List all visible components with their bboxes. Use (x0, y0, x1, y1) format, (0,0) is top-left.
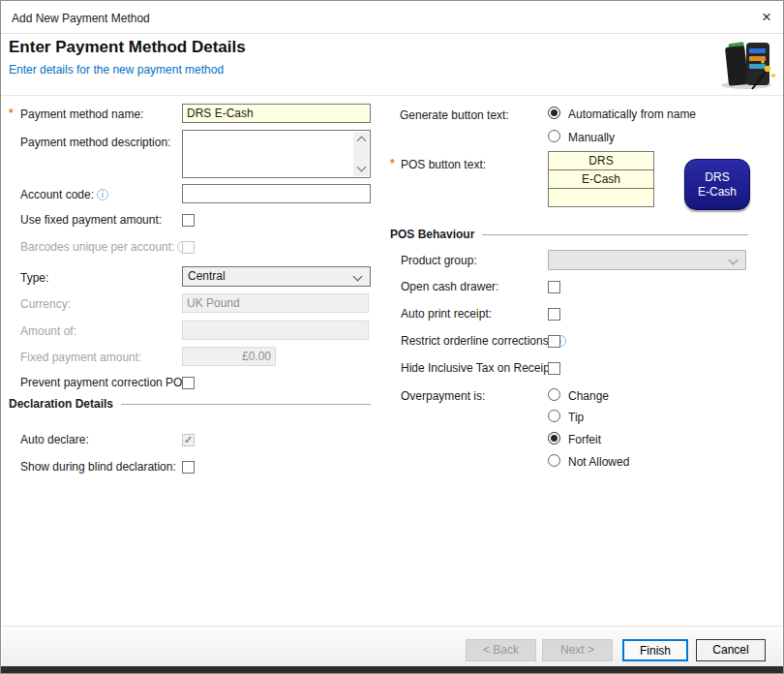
open-cash-drawer-label: Open cash drawer: (401, 280, 498, 293)
back-button: < Back (466, 639, 536, 661)
cancel-button[interactable]: Cancel (696, 639, 766, 661)
pos-button-text-line1-input[interactable] (548, 151, 654, 170)
auto-declare-label: Auto declare: (20, 433, 89, 446)
scroll-up-icon[interactable] (356, 137, 366, 146)
header-divider (1, 95, 783, 96)
pos-preview-line1: DRS (685, 170, 749, 185)
page-subtitle: Enter details for the new payment method (9, 63, 224, 77)
pos-button-text-line3-input[interactable] (548, 188, 654, 207)
radio-not-allowed-label: Not Allowed (568, 455, 629, 469)
auto-print-receipt-label: Auto print receipt: (401, 307, 492, 321)
radio-manually-label: Manually (568, 131, 615, 144)
show-during-blind-declaration-label: Show during blind declaration: (20, 460, 176, 474)
amount-of-label: Amount of: (20, 324, 76, 338)
auto-print-receipt-checkbox[interactable] (548, 308, 560, 321)
product-group-dropdown (548, 250, 746, 270)
payment-method-name-input[interactable] (182, 104, 371, 123)
dialog-footer: < Back Next > Finish Cancel (2, 626, 782, 668)
scroll-down-icon[interactable] (356, 163, 366, 172)
account-code-input[interactable] (182, 184, 371, 203)
next-button: Next > (542, 639, 613, 661)
restrict-orderline-corrections-checkbox[interactable] (548, 335, 560, 348)
restrict-orderline-corrections-label: Restrict orderline corrections:i (401, 334, 566, 348)
currency-label: Currency: (20, 297, 71, 311)
barcodes-unique-label: Barcodes unique per account:i (20, 240, 189, 254)
close-icon[interactable]: × (762, 9, 771, 25)
restrict-orderline-label-text: Restrict orderline corrections: (401, 334, 552, 348)
window-bottom-edge (1, 666, 783, 673)
use-fixed-payment-amount-checkbox[interactable] (182, 214, 195, 227)
prevent-payment-correction-label: Prevent payment correction POS: (20, 376, 194, 389)
section-rule (121, 404, 371, 405)
window-title: Add New Payment Method (12, 12, 150, 25)
radio-change-label: Change (568, 389, 609, 403)
textarea-scrollbar[interactable] (353, 132, 369, 176)
declaration-details-title: Declaration Details (9, 397, 113, 411)
pos-behaviour-section-header: POS Behaviour (390, 228, 748, 241)
pos-behaviour-title: POS Behaviour (390, 228, 474, 241)
radio-automatically-from-name-label: Automatically from name (568, 107, 696, 121)
account-code-label: Account code:i (20, 188, 108, 201)
type-dropdown[interactable]: Central (182, 266, 371, 287)
fixed-payment-amount-input (182, 347, 276, 366)
add-payment-method-dialog: Add New Payment Method × Enter Payment M… (0, 0, 784, 674)
use-fixed-payment-amount-label: Use fixed payment amount: (20, 213, 162, 227)
hide-inclusive-tax-label: Hide Inclusive Tax on Receipt: (401, 361, 557, 375)
radio-forfeit-label: Forfeit (568, 433, 601, 446)
payment-method-description-textarea[interactable] (182, 130, 371, 178)
required-marker: * (9, 107, 14, 120)
radio-overpayment-change[interactable] (548, 388, 560, 401)
barcodes-unique-label-text: Barcodes unique per account: (20, 240, 174, 254)
chevron-down-icon (729, 256, 739, 265)
page-title: Enter Payment Method Details (9, 38, 246, 57)
open-cash-drawer-checkbox[interactable] (548, 281, 560, 293)
payment-method-description-label: Payment method description: (20, 136, 170, 149)
hide-inclusive-tax-checkbox[interactable] (548, 362, 560, 375)
pos-button-text-line2-input[interactable] (548, 169, 654, 189)
auto-declare-checkbox[interactable]: ✓ (182, 434, 195, 446)
wallet-wizard-icon (717, 33, 777, 91)
pos-button-text-label: POS button text: (401, 158, 486, 171)
amount-of-input (182, 321, 369, 340)
chevron-down-icon (353, 272, 363, 282)
barcodes-unique-checkbox (182, 241, 195, 254)
radio-automatically-from-name[interactable] (548, 107, 560, 119)
overpayment-label: Overpayment is: (401, 389, 485, 403)
type-selected-value: Central (188, 269, 226, 283)
section-rule (482, 234, 748, 235)
pos-button-preview: DRS E-Cash (684, 159, 750, 210)
radio-overpayment-not-allowed[interactable] (548, 454, 560, 467)
radio-manually[interactable] (548, 130, 560, 142)
radio-overpayment-tip[interactable] (548, 410, 560, 422)
generate-button-text-label: Generate button text: (400, 108, 509, 122)
product-group-label: Product group: (401, 254, 477, 267)
account-code-label-text: Account code: (20, 188, 94, 201)
prevent-payment-correction-checkbox[interactable] (182, 377, 195, 389)
currency-input (182, 293, 369, 313)
required-marker: * (390, 157, 395, 170)
finish-button[interactable]: Finish (622, 639, 688, 661)
pos-preview-line2: E-Cash (685, 185, 749, 199)
info-icon: i (97, 189, 108, 200)
type-label: Type: (20, 271, 48, 285)
titlebar-divider (1, 33, 783, 34)
payment-method-name-label: Payment method name: (20, 107, 143, 121)
show-during-blind-declaration-checkbox[interactable] (182, 461, 195, 474)
radio-tip-label: Tip (568, 411, 584, 424)
fixed-payment-amount-label: Fixed payment amount: (20, 351, 141, 364)
declaration-details-section-header: Declaration Details (9, 397, 371, 411)
radio-overpayment-forfeit[interactable] (548, 432, 560, 444)
